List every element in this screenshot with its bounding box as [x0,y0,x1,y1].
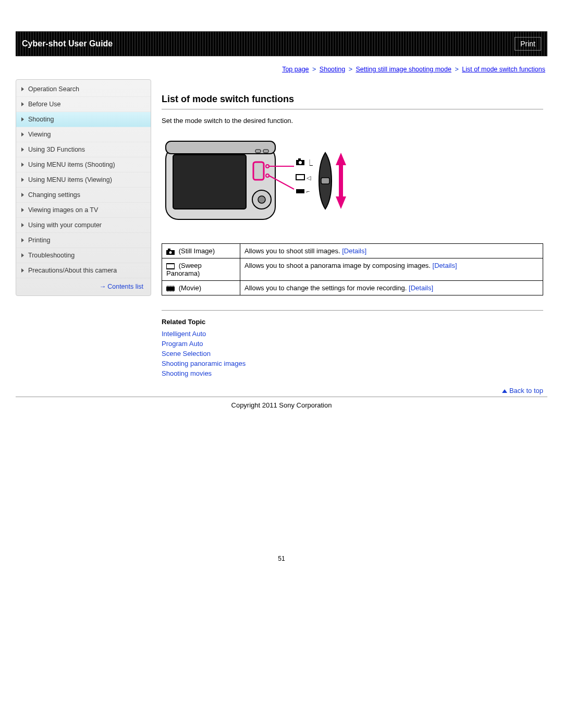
sidebar-item-label: Shooting [28,116,54,123]
chevron-right-icon [21,102,24,106]
header-bar: Cyber-shot User Guide Print [16,31,547,56]
related-link[interactable]: Program Auto [162,340,203,348]
related-link[interactable]: Shooting panoramic images [162,360,246,367]
chevron-right-icon [21,117,24,121]
back-to-top-label[interactable]: Back to top [509,387,543,394]
guide-title: Cyber-shot User Guide [22,39,113,48]
sidebar-item-label: Printing [28,237,50,244]
sidebar-item-computer[interactable]: Using with your computer [16,218,151,233]
sidebar-item-label: Using with your computer [28,221,102,229]
footer-divider [16,397,547,397]
chevron-right-icon [21,238,24,242]
page-number: 51 [16,555,547,562]
movie-icon [166,286,175,292]
svg-rect-5 [253,162,264,180]
svg-marker-23 [336,153,346,209]
related-divider [162,310,543,311]
chevron-up-icon [502,389,507,393]
breadcrumb-item[interactable]: Top page [282,66,309,73]
print-button[interactable]: Print [515,37,541,51]
related-link[interactable]: Scene Selection [162,350,211,357]
sidebar-item-changing-settings[interactable]: Changing settings [16,188,151,203]
sidebar-item-label: Before Use [28,101,61,108]
main-content: List of mode switch functions Set the mo… [162,79,547,394]
mode-desc: Allows you to change the settings for mo… [244,284,407,292]
breadcrumb: Top page > Shooting > Setting still imag… [16,66,547,73]
chevron-right-icon [21,178,24,182]
sidebar-item-viewing-tv[interactable]: Viewing images on a TV [16,203,151,218]
sidebar-item-label: Using 3D Functions [28,146,85,153]
sidebar-item-label: Using MENU items (Shooting) [28,161,115,168]
chevron-right-icon [21,253,24,257]
sidebar-item-label: Using MENU items (Viewing) [28,176,112,183]
intro-text: Set the mode switch to the desired funct… [162,117,543,125]
sidebar-item-before-use[interactable]: Before Use [16,97,151,112]
svg-point-26 [169,251,172,254]
related-links: Intelligent Auto Program Auto Scene Sele… [162,330,543,377]
related-link[interactable]: Intelligent Auto [162,330,206,338]
breadcrumb-item[interactable]: List of mode switch functions [462,66,545,73]
camera-icon [166,249,175,255]
sidebar: Operation Search Before Use Shooting Vie… [16,79,151,296]
svg-point-4 [258,196,265,203]
sidebar-item-troubleshooting[interactable]: Troubleshooting [16,248,151,263]
chevron-right-icon [21,223,24,227]
related-link[interactable]: Shooting movies [162,369,212,377]
sidebar-item-shooting[interactable]: Shooting [16,112,151,127]
modes-table: (Still Image) Allows you to shoot still … [162,243,543,295]
svg-rect-27 [166,264,175,269]
details-link[interactable]: [Details] [433,262,457,269]
panorama-icon [166,263,175,269]
sidebar-item-printing[interactable]: Printing [16,233,151,248]
chevron-right-icon [21,87,24,91]
svg-text:◁: ◁ [307,175,311,181]
breadcrumb-item[interactable]: Shooting [320,66,345,73]
arrow-right-icon: → [99,282,106,290]
sidebar-item-label: Troubleshooting [28,252,75,259]
svg-point-14 [299,161,302,164]
table-row: (Sweep Panorama) Allows you to shoot a p… [162,258,543,281]
camera-illustration: ⎿ ◁ ⌐ [162,132,543,231]
back-to-top[interactable]: Back to top [162,387,543,394]
details-link[interactable]: [Details] [342,247,366,255]
breadcrumb-item[interactable]: Setting still image shooting mode [356,66,451,73]
chevron-right-icon [21,268,24,273]
svg-rect-13 [298,158,301,161]
svg-text:⎿: ⎿ [307,159,313,167]
sidebar-item-operation-search[interactable]: Operation Search [16,82,151,97]
page-title: List of mode switch functions [162,94,543,105]
title-divider [162,109,543,109]
mode-desc: Allows you to shoot a panorama image by … [244,262,431,269]
details-link[interactable]: [Details] [409,284,433,292]
sidebar-item-label: Changing settings [28,191,80,199]
chevron-right-icon [21,132,24,137]
svg-rect-20 [296,193,304,194]
svg-rect-11 [263,150,268,153]
chevron-right-icon [21,163,24,167]
copyright-text: Copyright 2011 Sony Corporation [16,401,547,409]
related-heading: Related Topic [162,318,543,326]
contents-list-label[interactable]: Contents list [107,283,143,290]
contents-list-link[interactable]: →Contents list [16,278,151,291]
sidebar-item-label: Precautions/About this camera [28,267,117,274]
svg-rect-16 [296,175,304,180]
svg-rect-2 [173,155,246,209]
svg-rect-25 [168,249,170,251]
mode-name: (Still Image) [179,247,215,255]
sidebar-item-menu-viewing[interactable]: Using MENU items (Viewing) [16,172,151,188]
chevron-right-icon [21,208,24,212]
svg-text:⌐: ⌐ [307,188,310,194]
mode-name: (Movie) [179,284,201,292]
sidebar-item-viewing[interactable]: Viewing [16,127,151,142]
svg-rect-10 [255,150,261,153]
sidebar-item-precautions[interactable]: Precautions/About this camera [16,263,151,278]
mode-desc: Allows you to shoot still images. [244,247,340,255]
sidebar-item-3d-functions[interactable]: Using 3D Functions [16,142,151,157]
svg-rect-22 [321,178,329,184]
sidebar-item-menu-shooting[interactable]: Using MENU items (Shooting) [16,157,151,172]
sidebar-item-label: Viewing [28,131,51,138]
svg-rect-19 [296,188,304,189]
chevron-right-icon [21,147,24,152]
table-row: (Still Image) Allows you to shoot still … [162,244,543,258]
table-row: (Movie) Allows you to change the setting… [162,281,543,295]
